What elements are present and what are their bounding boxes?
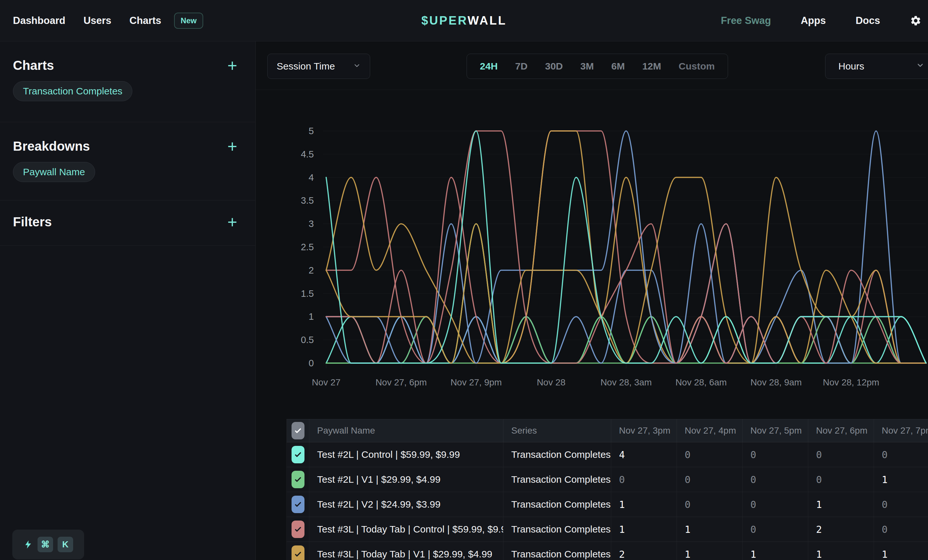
y-axis-label: 5: [309, 126, 314, 136]
add-breakdowns-button[interactable]: +: [227, 140, 237, 153]
cell-value: 1: [808, 492, 874, 517]
select-all-checkbox[interactable]: [292, 422, 304, 440]
cell-paywall-name: Test #2L | V1 | $29.99, $4.99: [309, 467, 504, 492]
cell-paywall-name: Test #2L | V2 | $24.99, $3.99: [309, 492, 504, 517]
y-axis-label: 4.5: [301, 149, 314, 160]
range-24h[interactable]: 24H: [480, 61, 498, 72]
cell-value: 0: [874, 517, 928, 542]
top-nav: DashboardUsersChartsNew $UPERWALL Free S…: [0, 0, 928, 41]
interval-select[interactable]: Hours: [825, 54, 928, 79]
cell-value: 1: [808, 542, 874, 560]
y-axis-label: 2.5: [301, 242, 314, 252]
nav-link-charts[interactable]: Charts: [130, 15, 161, 26]
cell-series: Transaction Completes: [504, 517, 611, 542]
range-30d[interactable]: 30D: [545, 61, 563, 72]
y-axis-label: 3: [309, 219, 314, 229]
cell-series: Transaction Completes: [504, 467, 611, 492]
x-axis-label: Nov 28, 12pm: [823, 377, 879, 387]
cell-value: 0: [743, 517, 808, 542]
col-header-time: Nov 27, 3pm: [611, 419, 677, 442]
cell-value: 0: [677, 442, 743, 467]
command-key: ⌘: [38, 537, 53, 552]
cell-series: Transaction Completes: [504, 542, 611, 560]
interval-select-value: Hours: [838, 61, 864, 72]
x-axis-label: Nov 28: [537, 377, 566, 387]
add-filters-button[interactable]: +: [227, 216, 237, 228]
col-header-time: Nov 27, 6pm: [808, 419, 874, 442]
cell-value: 1: [874, 467, 928, 492]
sidebar-section-charts: Charts+Transaction Completes: [0, 41, 255, 122]
nav-right-links: Free Swag Apps Docs: [721, 0, 922, 41]
sidebar: Charts+Transaction CompletesBreakdowns+P…: [0, 41, 256, 560]
row-checkbox[interactable]: [292, 471, 304, 488]
nav-link-docs[interactable]: Docs: [856, 15, 880, 26]
cell-paywall-name: Test #3L | Today Tab | Control | $59.99,…: [309, 517, 504, 542]
add-charts-button[interactable]: +: [227, 59, 237, 72]
chip-transaction-completes[interactable]: Transaction Completes: [13, 81, 132, 101]
settings-gear-icon[interactable]: [910, 15, 922, 26]
col-header-series: Series: [504, 419, 611, 442]
range-7d[interactable]: 7D: [515, 61, 527, 72]
nav-link-free-swag[interactable]: Free Swag: [721, 15, 771, 26]
table-header-row: Paywall NameSeriesNov 27, 3pmNov 27, 4pm…: [287, 419, 928, 442]
metric-select[interactable]: Session Time: [267, 54, 370, 79]
nav-links: DashboardUsersChartsNew: [0, 13, 203, 29]
x-axis-label: Nov 28, 9am: [750, 377, 802, 387]
sidebar-section-filters: Filters+: [0, 201, 255, 246]
cell-value: 0: [874, 492, 928, 517]
row-checkbox[interactable]: [292, 446, 304, 463]
sidebar-section-head: Filters+: [13, 215, 237, 229]
chevron-down-icon: [916, 61, 925, 72]
new-badge[interactable]: New: [174, 13, 203, 29]
brand-logo[interactable]: $UPERWALL: [421, 14, 507, 27]
x-axis-label: Nov 28, 6am: [675, 377, 727, 387]
cell-value: 2: [808, 517, 874, 542]
lightning-bolt-icon: [23, 538, 33, 551]
command-palette-hint[interactable]: ⌘K: [12, 530, 84, 559]
y-axis-label: 0.5: [301, 335, 314, 345]
chip-paywall-name[interactable]: Paywall Name: [13, 162, 95, 182]
x-axis-label: Nov 28, 3am: [601, 377, 652, 387]
range-6m[interactable]: 6M: [611, 61, 625, 72]
table-row: Test #3L | Today Tab | Control | $59.99,…: [287, 517, 928, 542]
cell-value: 1: [677, 517, 743, 542]
y-axis-label: 2: [309, 265, 314, 275]
logo-rest-text: WALL: [467, 14, 507, 27]
row-checkbox-cell: [287, 442, 309, 467]
col-header-time: Nov 27, 7pm: [874, 419, 928, 442]
col-header-paywall-name: Paywall Name: [309, 419, 504, 442]
range-12m[interactable]: 12M: [642, 61, 661, 72]
cell-value: 0: [808, 442, 874, 467]
cell-series: Transaction Completes: [504, 442, 611, 467]
sidebar-section-title: Breakdowns: [13, 139, 90, 154]
y-axis-label: 1.5: [301, 288, 314, 299]
row-checkbox-cell: [287, 517, 309, 542]
table-row: Test #2L | Control | $59.99, $9.99Transa…: [287, 442, 928, 467]
cell-value: 0: [611, 467, 677, 492]
y-axis-label: 3.5: [301, 195, 314, 205]
row-checkbox-cell: [287, 492, 309, 517]
nav-link-dashboard[interactable]: Dashboard: [13, 15, 66, 26]
app: DashboardUsersChartsNew $UPERWALL Free S…: [0, 0, 928, 560]
nav-link-apps[interactable]: Apps: [801, 15, 826, 26]
range-3m[interactable]: 3M: [580, 61, 594, 72]
sidebar-section-title: Filters: [13, 215, 52, 229]
table-row: Test #2L | V2 | $24.99, $3.99Transaction…: [287, 492, 928, 517]
chart-toolbar: Session Time 24H7D30D3M6M12MCustom Hours: [256, 41, 928, 90]
row-checkbox-cell: [287, 542, 309, 560]
col-header-time: Nov 27, 4pm: [677, 419, 743, 442]
y-axis-label: 1: [309, 311, 314, 322]
k-key: K: [58, 537, 73, 552]
range-custom[interactable]: Custom: [679, 61, 715, 72]
cell-value: 1: [611, 492, 677, 517]
nav-link-users[interactable]: Users: [84, 15, 111, 26]
row-checkbox[interactable]: [292, 520, 304, 538]
x-axis-label: Nov 27, 9pm: [450, 377, 502, 387]
row-checkbox[interactable]: [292, 545, 304, 560]
y-axis-label: 4: [309, 172, 314, 183]
col-header-time: Nov 27, 5pm: [743, 419, 808, 442]
cell-value: 0: [808, 467, 874, 492]
cell-value: 4: [611, 442, 677, 467]
row-checkbox[interactable]: [292, 496, 304, 513]
sidebar-section-head: Breakdowns+: [13, 139, 237, 154]
